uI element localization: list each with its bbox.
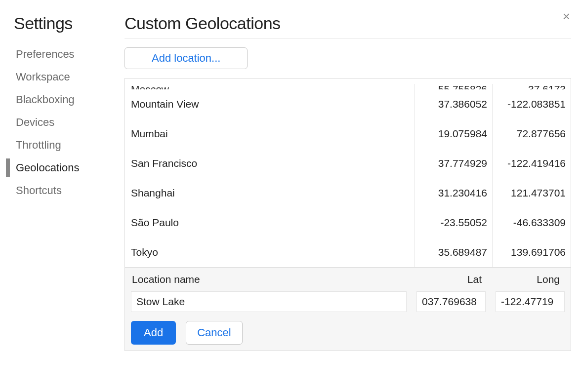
location-long-cell: -122.083851 (493, 89, 571, 119)
location-lat-cell: 31.230416 (415, 178, 493, 208)
locations-table: Moscow 55.755826 37.6173 Mountain View37… (124, 78, 571, 351)
longitude-input[interactable] (496, 291, 565, 312)
location-name-cell: Mountain View (125, 89, 415, 119)
new-location-form: Location name Lat Long Add Cancel (125, 267, 571, 351)
location-lat-cell: 55.755826 (415, 84, 493, 89)
table-row[interactable]: Moscow 55.755826 37.6173 (125, 78, 571, 89)
location-long-cell: 121.473701 (493, 178, 571, 208)
location-lat-cell: 19.075984 (415, 119, 493, 149)
locations-list[interactable]: Moscow 55.755826 37.6173 Mountain View37… (125, 78, 571, 267)
sidebar-item-geolocations[interactable]: Geolocations (14, 157, 114, 179)
sidebar-item-shortcuts[interactable]: Shortcuts (14, 179, 114, 202)
column-header-long: Long (487, 274, 565, 285)
add-button[interactable]: Add (131, 321, 176, 345)
location-name-input[interactable] (131, 291, 407, 312)
location-lat-cell: 37.386052 (415, 89, 493, 119)
column-header-lat: Lat (409, 274, 487, 285)
cancel-button[interactable]: Cancel (186, 321, 242, 345)
settings-title: Settings (14, 14, 114, 33)
table-row[interactable]: Mountain View37.386052-122.083851 (125, 89, 571, 119)
location-name-cell: Moscow (125, 84, 415, 89)
sidebar-item-blackboxing[interactable]: Blackboxing (14, 88, 114, 111)
location-long-cell: 37.6173 (493, 84, 571, 89)
location-lat-cell: 37.774929 (415, 149, 493, 178)
table-row[interactable]: Shanghai31.230416121.473701 (125, 178, 571, 208)
main-panel: Custom Geolocations Add location... Mosc… (114, 14, 571, 382)
divider (124, 38, 571, 39)
location-name-cell: San Francisco (125, 149, 415, 178)
location-name-cell: São Paulo (125, 208, 415, 237)
location-name-cell: Shanghai (125, 178, 415, 208)
sidebar: Settings PreferencesWorkspaceBlackboxing… (10, 14, 114, 382)
location-lat-cell: 35.689487 (415, 237, 493, 267)
sidebar-item-workspace[interactable]: Workspace (14, 66, 114, 88)
latitude-input[interactable] (416, 291, 486, 312)
location-name-cell: Tokyo (125, 237, 415, 267)
location-long-cell: 139.691706 (493, 237, 571, 267)
page-title: Custom Geolocations (124, 14, 571, 33)
close-button[interactable]: × (563, 10, 570, 23)
sidebar-item-devices[interactable]: Devices (14, 111, 114, 134)
table-row[interactable]: Tokyo35.689487139.691706 (125, 237, 571, 267)
table-row[interactable]: São Paulo-23.55052-46.633309 (125, 208, 571, 237)
sidebar-item-throttling[interactable]: Throttling (14, 134, 114, 157)
location-long-cell: 72.877656 (493, 119, 571, 149)
location-long-cell: -46.633309 (493, 208, 571, 237)
add-location-button[interactable]: Add location... (124, 47, 248, 69)
location-long-cell: -122.419416 (493, 149, 571, 178)
table-row[interactable]: San Francisco37.774929-122.419416 (125, 149, 571, 178)
column-header-name: Location name (131, 274, 409, 285)
sidebar-item-preferences[interactable]: Preferences (14, 43, 114, 66)
location-lat-cell: -23.55052 (415, 208, 493, 237)
location-name-cell: Mumbai (125, 119, 415, 149)
table-row[interactable]: Mumbai19.07598472.877656 (125, 119, 571, 149)
